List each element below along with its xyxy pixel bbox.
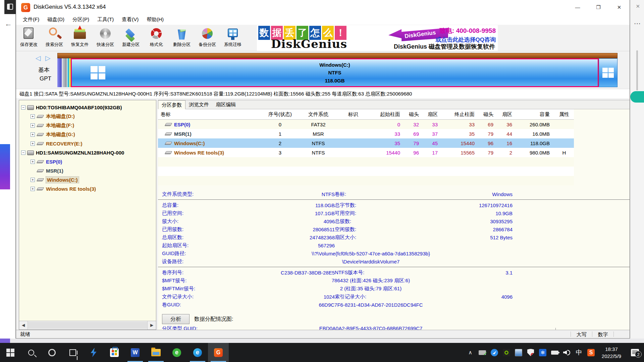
ad-phone-number[interactable]: 致电: 400-008-9958	[436, 26, 496, 35]
tree-item-windows-c[interactable]: + Windows(C:)	[20, 175, 156, 184]
expand-icon[interactable]: +	[31, 123, 35, 128]
tray-nvidia[interactable]	[500, 349, 513, 356]
disk-info-line: 磁盘1 接口:SATA 型号:SAMSUNGMZNLN128HAHQ-000H1…	[16, 89, 630, 98]
pinned-app-edge[interactable]: e	[187, 343, 208, 362]
cortana-button[interactable]	[42, 343, 62, 362]
battery-icon	[551, 351, 558, 355]
file-explorer-button[interactable]	[146, 343, 166, 362]
menu-file[interactable]: 文件(F)	[19, 15, 43, 25]
format-button[interactable]: 格式化	[144, 25, 169, 51]
scrollbar-thumb[interactable]	[28, 322, 147, 329]
tab-sector-edit[interactable]: 扇区编辑	[212, 100, 239, 109]
search-partition-button[interactable]: 搜索分区	[42, 25, 67, 51]
table-row-esp[interactable]: ESP(0) 0 FAT32 0 32 33 33 69 36 260.0MB	[158, 120, 574, 129]
table-row-windows-re-tools[interactable]: Windows RE tools(3) 3 NTFS 15440 96 17 1…	[158, 148, 574, 157]
system-migration-button[interactable]: 系统迁移	[220, 25, 246, 51]
window-title: DiskGenius V5.4.3.1342 x64	[34, 4, 106, 10]
ad-contact[interactable]: 致电: 400-008-9958 或点击此处选择QQ咨询	[436, 26, 496, 44]
tray-volume[interactable]	[561, 350, 573, 356]
diskgenius-icon: G	[214, 348, 223, 357]
tree-item-esp[interactable]: + ESP(0)	[20, 157, 156, 166]
background-scrollbar[interactable]	[636, 50, 638, 90]
tray-battery[interactable]	[549, 351, 561, 355]
divider	[158, 199, 630, 200]
expand-icon[interactable]: +	[31, 114, 35, 119]
notification-center-button[interactable]: 2	[626, 349, 644, 356]
ad-banner[interactable]: 数 据 丢 了 怎 么 ！ DiskGenius DiskGenius 致电: …	[257, 25, 498, 51]
tray-defender[interactable]	[525, 349, 537, 356]
tray-chevron-up[interactable]: ∧	[464, 349, 476, 356]
pinned-app-flash[interactable]	[83, 343, 104, 362]
delete-partition-button[interactable]: 删除分区	[169, 25, 195, 51]
tray-messenger[interactable]	[488, 349, 500, 356]
backup-partition-button[interactable]: 备份分区	[195, 25, 220, 51]
menu-view[interactable]: 查看(V)	[118, 15, 143, 25]
tree-item-local-g[interactable]: + 本地磁盘(G:)	[20, 130, 156, 139]
tray-ime[interactable]: 中	[573, 348, 585, 357]
quick-partition-button[interactable]: 快速分区	[93, 25, 118, 51]
taskbar-diskgenius-active[interactable]: G	[208, 343, 229, 362]
system-migration-icon	[225, 27, 240, 41]
taskbar-search-button[interactable]	[21, 343, 42, 362]
tab-partition-params[interactable]: 分区参数	[158, 100, 185, 109]
tree-item-hd1[interactable]: − HD1:SAMSUNGMZNLN128HAHQ-000	[20, 148, 156, 157]
expand-icon[interactable]: +	[31, 132, 35, 137]
pinned-app-word[interactable]: W	[125, 343, 146, 362]
tree-item-recovery-e[interactable]: + RECOVERY(E:)	[20, 139, 156, 148]
menu-disk[interactable]: 磁盘(D)	[43, 15, 68, 25]
background-more-icon[interactable]: ⋯	[634, 19, 641, 27]
back-arrow-icon[interactable]: ←	[5, 19, 12, 28]
quick-partition-icon	[98, 27, 113, 41]
prev-disk-arrow[interactable]: ◁	[36, 54, 42, 62]
background-close-icon[interactable]: ✕	[636, 3, 640, 9]
tree-item-msr[interactable]: MSR(1)	[20, 166, 156, 175]
expand-icon[interactable]: +	[31, 178, 35, 182]
tray-printer[interactable]	[476, 350, 488, 355]
status-caps-lock: 大写	[571, 331, 592, 337]
partition-block-re-tools[interactable]	[599, 58, 618, 87]
minimize-button[interactable]: —	[567, 0, 588, 15]
save-changes-button[interactable]: 保存更改	[16, 25, 42, 51]
expand-icon[interactable]: +	[31, 141, 35, 146]
next-disk-arrow[interactable]: ▷	[45, 54, 52, 62]
table-row-empty	[158, 167, 574, 176]
recover-files-button[interactable]: 恢复文件	[67, 25, 93, 51]
tree-item-local-f[interactable]: + 本地磁盘(F:)	[20, 121, 156, 130]
task-view-button[interactable]	[62, 343, 83, 362]
tree-item-hd0[interactable]: − HD0:TOSHIBAMQ04ABF100(932GB)	[20, 103, 156, 112]
background-tab[interactable]	[4, 0, 16, 14]
tray-sogou[interactable]: S	[585, 349, 597, 356]
close-button[interactable]: ✕	[609, 0, 630, 15]
scroll-right-icon[interactable]: ▶	[147, 321, 156, 329]
tree-item-windows-re-tools[interactable]: + Windows RE tools(3)	[20, 184, 156, 193]
partition-sliver	[67, 58, 69, 87]
recover-files-icon	[72, 27, 87, 41]
tree-horizontal-scrollbar[interactable]: ◀ ▶	[19, 321, 156, 329]
ime-chinese-icon: 中	[576, 348, 582, 357]
taskbar-clock[interactable]: 18:37 2022/5/9	[597, 346, 626, 360]
partition-block-msr[interactable]	[62, 58, 67, 87]
expand-icon[interactable]: +	[31, 187, 35, 191]
expand-icon[interactable]: +	[31, 160, 35, 164]
new-partition-button[interactable]: 新建分区	[118, 25, 144, 51]
table-row-msr[interactable]: MSR(1) 1 MSR 33 69 37 35 79 44 16.0MB	[158, 129, 574, 138]
content-area: − HD0:TOSHIBAMQ04ABF100(932GB) + 本地磁盘(D:…	[16, 98, 630, 330]
menu-help[interactable]: 帮助(H)	[143, 15, 168, 25]
scroll-left-icon[interactable]: ◀	[19, 321, 28, 329]
partition-block-esp[interactable]	[57, 58, 62, 87]
start-button[interactable]	[0, 343, 21, 362]
tab-browse-files[interactable]: 浏览文件	[185, 100, 212, 109]
collapse-icon[interactable]: −	[21, 150, 25, 155]
collapse-icon[interactable]: −	[21, 105, 25, 110]
tray-snowflake-app[interactable]: ❄	[537, 349, 549, 356]
pinned-app-browser[interactable]: e	[166, 343, 187, 362]
partition-block-windows-c[interactable]: Windows(C:) NTFS 118.0GB	[71, 58, 599, 87]
tree-item-local-d[interactable]: + 本地磁盘(D:)	[20, 112, 156, 121]
table-row-windows-c-selected[interactable]: Windows(C:) 2 NTFS 35 79 45 15440 96 16 …	[158, 138, 574, 148]
maximize-button[interactable]: ❐	[588, 0, 609, 15]
tray-intel-graphics[interactable]	[513, 349, 525, 356]
menu-partition[interactable]: 分区(P)	[68, 15, 93, 25]
pinned-app-store[interactable]	[104, 343, 125, 362]
menu-tools[interactable]: 工具(T)	[93, 15, 118, 25]
analyze-button[interactable]: 分析	[162, 314, 190, 324]
